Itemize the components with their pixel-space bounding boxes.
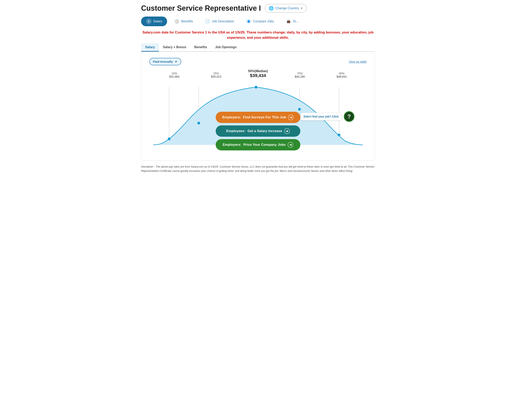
employers-find-surveys-text: Find Surveys For This Job	[243, 115, 286, 119]
tab-compare-jobs-label: Compare Jobs	[253, 20, 274, 23]
page-header: Customer Service Representative I 🌐 Chan…	[141, 4, 375, 13]
employers-price-jobs-button[interactable]: Employers: Price Your Company Jobs ➔	[216, 139, 300, 150]
bell-curve-area: • Your Salary ??? Didn't find your job? …	[149, 80, 367, 154]
employers-find-surveys-button[interactable]: Employers: Find Surveys For This Job ➔	[216, 112, 300, 123]
employers-label-1: Employers:	[222, 115, 241, 119]
didnt-find-static: Didn't find your job?	[303, 115, 332, 118]
benefits-icon: 📋	[174, 19, 180, 24]
paid-annually-dropdown[interactable]: Paid Annually ▼	[149, 58, 181, 65]
sub-tab-job-openings[interactable]: Job Openings	[211, 43, 241, 52]
svg-point-9	[338, 134, 340, 136]
disclaimer-text: Disclaimer - The above pay rates are fro…	[141, 165, 375, 173]
sub-tab-benefits[interactable]: Benefits	[190, 43, 211, 52]
page-title: Customer Service Representative I	[141, 4, 261, 13]
employees-salary-increase-button[interactable]: Employees: Get a Salary Increase ➔	[216, 125, 300, 137]
percentile-50-median: 50%(Median) $39,434	[237, 69, 279, 78]
alert-text: Salary.com data for Customer Service 1 i…	[141, 30, 375, 40]
salary-chart-container: Paid Annually ▼ View as table 10% $31,96…	[141, 52, 375, 161]
find-surveys-arrow-icon: ➔	[288, 114, 294, 120]
employees-label: Employees:	[226, 129, 245, 133]
change-country-label: Change Country	[275, 7, 299, 10]
percentile-90: 90% $48,691	[321, 72, 363, 78]
svg-point-6	[197, 122, 200, 125]
didnt-find-cta[interactable]: Click	[332, 115, 339, 118]
salary-increase-arrow-icon: ➔	[284, 128, 290, 134]
didnt-find-text: Didn't find your job? Click	[301, 113, 342, 120]
percentile-labels: 10% $31,963 25% $35,523 50%(Median) $39,…	[149, 69, 367, 78]
tab-compare-jobs[interactable]: 🔷 Compare Jobs	[241, 16, 279, 26]
tab-similar[interactable]: 💼 Si...	[281, 16, 303, 26]
tab-benefits-label: Benefits	[181, 20, 193, 23]
sub-tab-salary[interactable]: Salary	[141, 43, 159, 52]
similar-icon: 💼	[286, 19, 291, 24]
tab-salary-label: Salary	[153, 20, 162, 23]
svg-point-7	[255, 86, 257, 89]
job-description-icon: 📄	[205, 19, 210, 24]
chart-top-row: Paid Annually ▼ View as table	[149, 58, 367, 65]
sub-tabs: Salary Salary + Bonus Benefits Job Openi…	[141, 43, 375, 52]
paid-annually-label: Paid Annually	[153, 60, 173, 63]
paid-annually-arrow-icon: ▼	[175, 60, 177, 63]
percentile-75: 75% $44,280	[279, 72, 321, 78]
price-jobs-arrow-icon: ➔	[288, 142, 293, 148]
svg-point-5	[168, 137, 170, 140]
view-as-table-link[interactable]: View as table	[349, 60, 367, 63]
percentile-10: 10% $31,963	[153, 72, 195, 78]
percentile-25: 25% $35,523	[195, 72, 237, 78]
tab-job-description[interactable]: 📄 Job Description	[200, 16, 239, 26]
compare-jobs-icon: 🔷	[246, 19, 251, 24]
tab-benefits[interactable]: 📋 Benefits	[169, 16, 198, 26]
globe-icon: 🌐	[269, 6, 274, 11]
sub-tab-salary-bonus[interactable]: Salary + Bonus	[159, 43, 190, 52]
didnt-find-bubble: Didn't find your job? Click ?	[301, 111, 354, 122]
chart-buttons: Employers: Find Surveys For This Job ➔ E…	[216, 112, 300, 150]
tab-similar-label: Si...	[293, 20, 299, 23]
tab-salary[interactable]: $ Salary	[141, 16, 167, 26]
question-icon[interactable]: ?	[344, 111, 354, 122]
employers-price-text: Price Your Company Jobs	[243, 143, 286, 147]
nav-tabs: $ Salary 📋 Benefits 📄 Job Description 🔷 …	[141, 16, 375, 26]
employers-label-2: Employers:	[223, 143, 242, 147]
tab-job-description-label: Job Description	[212, 20, 234, 23]
svg-point-8	[298, 108, 301, 111]
dropdown-arrow-icon: ▼	[301, 7, 303, 10]
salary-icon: $	[146, 19, 152, 24]
change-country-button[interactable]: 🌐 Change Country ▼	[265, 4, 307, 13]
employees-salary-text: Get a Salary Increase	[248, 129, 282, 133]
